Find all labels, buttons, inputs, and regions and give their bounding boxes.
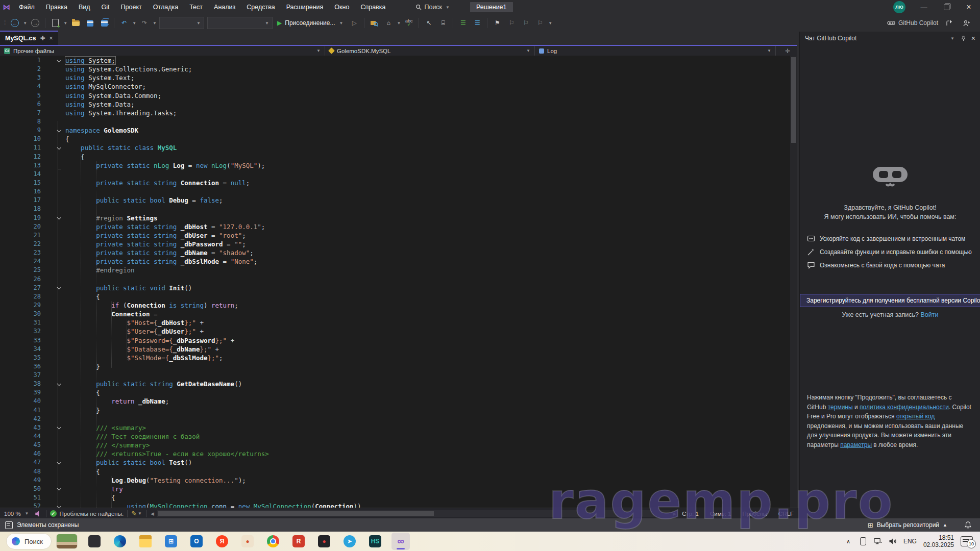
- widget-bonsai-thumbnail[interactable]: [57, 534, 77, 548]
- menu-Отладка[interactable]: Отладка: [148, 0, 184, 14]
- chevron-down-icon[interactable]: ▼: [22, 21, 28, 26]
- tray-overflow-chevron-icon[interactable]: ∧: [844, 537, 852, 545]
- code-editor[interactable]: 1using System;2using System.Collections.…: [0, 56, 790, 508]
- navigate-forward-button[interactable]: →: [28, 16, 42, 30]
- menu-Тест[interactable]: Тест: [184, 0, 208, 14]
- cursor-column[interactable]: Симв: 1: [704, 511, 737, 517]
- start-without-debug-button[interactable]: ▷: [347, 16, 361, 30]
- taskbar-icon-ragemp-launcher[interactable]: R: [289, 533, 308, 550]
- terms-link[interactable]: открытый код: [896, 413, 935, 420]
- chevron-down-icon[interactable]: ▼: [547, 21, 553, 26]
- chevron-down-icon[interactable]: ▼: [152, 21, 158, 26]
- breadcrumb-member[interactable]: Log ▼: [535, 46, 776, 56]
- taskbar-icon-app-beige[interactable]: ●: [238, 533, 257, 550]
- accessibility-speaker-icon[interactable]: [34, 510, 42, 518]
- find-in-files-button[interactable]: [367, 16, 381, 30]
- language-indicator[interactable]: ENG: [903, 538, 917, 545]
- menu-Правка[interactable]: Правка: [40, 0, 73, 14]
- terms-link[interactable]: политика конфиденциальности: [860, 404, 949, 411]
- save-button[interactable]: [83, 16, 97, 30]
- redo-button[interactable]: ↷: [137, 16, 152, 30]
- menu-Справка[interactable]: Справка: [355, 0, 391, 14]
- login-link[interactable]: Войти: [921, 311, 939, 318]
- menu-Расширения[interactable]: Расширения: [281, 0, 329, 14]
- hscroll-left-arrow[interactable]: ◀: [151, 511, 154, 516]
- menu-Анализ[interactable]: Анализ: [208, 0, 241, 14]
- taskbar-icon-microsoft-store[interactable]: ⊞: [162, 533, 180, 550]
- taskbar-icon-yandex-browser[interactable]: Я: [213, 533, 231, 550]
- taskbar-icon-file-explorer[interactable]: [136, 533, 155, 550]
- next-bookmark-button[interactable]: ⚐: [519, 16, 533, 30]
- open-file-button[interactable]: [68, 16, 83, 30]
- menu-Средства[interactable]: Средства: [241, 0, 280, 14]
- speaker-icon[interactable]: [889, 537, 897, 545]
- taskbar-icon-telegram[interactable]: ➤: [340, 533, 359, 550]
- menu-Файл[interactable]: Файл: [13, 0, 40, 14]
- breadcrumb-type[interactable]: GolemoSDK.MySQL ▼: [325, 46, 535, 56]
- menu-Git[interactable]: Git: [96, 0, 115, 14]
- preview-window-button[interactable]: ⌂: [381, 16, 396, 30]
- terms-link[interactable]: термины: [828, 404, 853, 411]
- zoom-control[interactable]: 100 % ▼: [0, 511, 34, 517]
- menu-Проект[interactable]: Проект: [115, 0, 148, 14]
- spell-check-button[interactable]: abc✔: [402, 16, 416, 30]
- tab-mysql-cs[interactable]: MySQL.cs ✚ ×: [0, 31, 58, 45]
- fold-chevron-icon[interactable]: [57, 425, 61, 430]
- pointer-select-button[interactable]: ↖: [422, 16, 436, 30]
- taskbar-clock[interactable]: 18:51 02.03.2025: [923, 534, 954, 548]
- insert-snippet-button[interactable]: ⌸: [436, 16, 450, 30]
- copilot-signup-button[interactable]: Зарегистрируйтесь для получения бесплатн…: [800, 294, 980, 307]
- close-button[interactable]: ×: [958, 0, 980, 14]
- taskbar-icon-outlook[interactable]: O: [187, 533, 206, 550]
- new-file-button[interactable]: [48, 16, 62, 30]
- fold-chevron-icon[interactable]: [57, 285, 61, 289]
- fold-chevron-icon[interactable]: [57, 215, 61, 219]
- notification-center-icon[interactable]: 10: [961, 536, 973, 546]
- taskbar-search[interactable]: Поиск: [6, 533, 52, 549]
- terms-link[interactable]: параметры: [840, 441, 872, 448]
- start-debug-button[interactable]: ▶ Присоединение... ▼: [274, 16, 347, 30]
- fold-chevron-icon[interactable]: [57, 145, 61, 149]
- network-icon[interactable]: [874, 537, 882, 545]
- chevron-down-icon[interactable]: ▼: [396, 21, 402, 26]
- save-all-button[interactable]: [97, 16, 111, 30]
- split-editor-button[interactable]: ✛: [776, 46, 799, 56]
- phone-link-icon[interactable]: [859, 537, 867, 545]
- chevron-down-icon[interactable]: ▼: [137, 511, 143, 516]
- hscroll-right-arrow[interactable]: ▶: [673, 511, 676, 516]
- decrease-indent-button[interactable]: ☰: [456, 16, 470, 30]
- toggle-bookmark-button[interactable]: ⚑: [490, 16, 504, 30]
- pin-icon[interactable]: ✚: [40, 35, 45, 42]
- chevron-up-icon[interactable]: ▲: [943, 522, 947, 528]
- minimize-button[interactable]: —: [913, 0, 935, 14]
- fold-chevron-icon[interactable]: [57, 128, 61, 132]
- chevron-down-icon[interactable]: ▼: [62, 21, 68, 26]
- menu-Вид[interactable]: Вид: [73, 0, 96, 14]
- fold-chevron-icon[interactable]: [57, 460, 61, 464]
- whitespace-mode[interactable]: Пробелы: [737, 511, 773, 517]
- taskbar-icon-hs-app[interactable]: HS: [366, 533, 384, 550]
- configuration-dropdown[interactable]: ▼: [159, 17, 204, 29]
- taskbar-icon-chrome-profile[interactable]: [264, 533, 282, 550]
- horizontal-scrollbar[interactable]: [157, 510, 670, 517]
- menu-Окно[interactable]: Окно: [329, 0, 355, 14]
- code-cleanup-icon[interactable]: ✎: [131, 510, 137, 517]
- vertical-scrollbar[interactable]: [790, 56, 797, 508]
- pin-icon[interactable]: [961, 36, 966, 41]
- scrollbar-thumb[interactable]: [158, 511, 434, 516]
- close-panel-icon[interactable]: ×: [971, 34, 975, 42]
- fold-chevron-icon[interactable]: [57, 382, 61, 386]
- share-button[interactable]: [942, 16, 957, 30]
- select-repository-button[interactable]: Выбрать репозиторий: [877, 521, 939, 529]
- solution-name[interactable]: Решение1: [470, 2, 513, 12]
- previous-bookmark-button[interactable]: ⚐: [504, 16, 519, 30]
- avatar[interactable]: ЛЮ: [893, 1, 905, 13]
- problems-status[interactable]: Проблемы не найдены.: [60, 511, 124, 517]
- restore-button[interactable]: [935, 0, 958, 14]
- clear-bookmarks-button[interactable]: ⚐: [533, 16, 547, 30]
- platform-dropdown[interactable]: ▼: [207, 17, 273, 29]
- breadcrumb-project[interactable]: C# Прочие файлы ▼: [0, 46, 325, 56]
- increase-indent-button[interactable]: ☰: [470, 16, 484, 30]
- line-ending[interactable]: CRLF: [773, 511, 799, 517]
- fold-chevron-icon[interactable]: [57, 504, 61, 508]
